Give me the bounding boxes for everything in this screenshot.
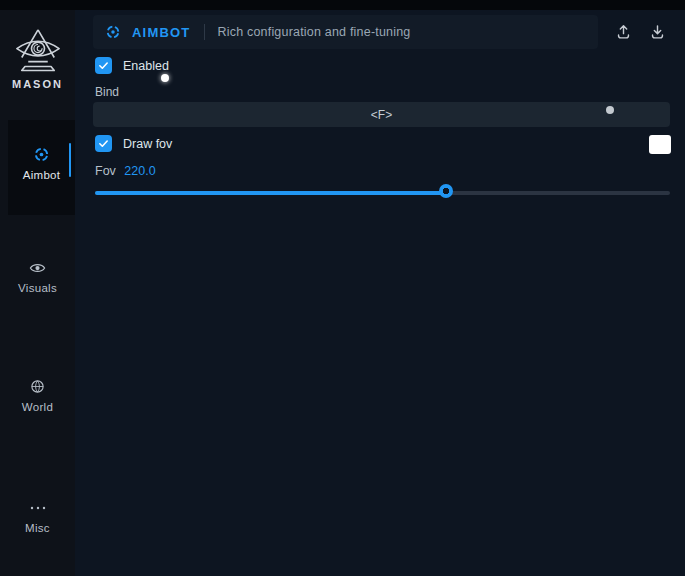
download-config-button[interactable] — [646, 22, 668, 44]
crosshair-icon — [33, 145, 50, 162]
draw-fov-label: Draw fov — [123, 137, 172, 151]
fov-color-swatch[interactable] — [649, 135, 671, 154]
crosshair-icon — [105, 24, 121, 40]
draw-fov-row: Draw fov — [95, 135, 172, 152]
enabled-checkbox[interactable] — [95, 57, 112, 74]
active-accent-bar — [69, 143, 71, 177]
checkmark-icon — [98, 135, 109, 153]
sidebar-item-world[interactable]: World — [0, 377, 75, 413]
page-subtitle: Rich configuration and fine-tuning — [217, 25, 410, 39]
enabled-row: Enabled — [95, 57, 169, 74]
mouse-cursor-dot — [161, 74, 169, 82]
main-panel: AIMBOT Rich configuration and fine-tunin… — [75, 10, 685, 576]
enabled-label: Enabled — [123, 59, 169, 73]
sidebar-item-label: Visuals — [0, 282, 75, 294]
download-icon — [649, 23, 666, 44]
brand-logo: MASON — [0, 28, 75, 90]
eye-icon — [29, 258, 46, 275]
fov-value: 220.0 — [124, 164, 155, 178]
fov-label: Fov — [95, 164, 116, 178]
bind-label: Bind — [95, 85, 119, 99]
sidebar-item-misc[interactable]: Misc — [0, 498, 75, 534]
sidebar-item-label: Aimbot — [8, 169, 75, 181]
sidebar-item-label: Misc — [0, 522, 75, 534]
page-title: AIMBOT — [132, 25, 190, 40]
fov-slider[interactable] — [95, 186, 670, 200]
app-window: MASON Aimbot Visuals — [0, 0, 685, 576]
sidebar-item-label: World — [0, 401, 75, 413]
ellipsis-icon — [29, 498, 47, 515]
fov-slider-thumb[interactable] — [439, 184, 453, 198]
bind-key-field[interactable]: <F> — [93, 102, 670, 127]
mason-pyramid-eye-icon — [0, 28, 75, 74]
fov-value-row: Fov 220.0 — [95, 164, 156, 178]
sidebar-item-aimbot[interactable]: Aimbot — [8, 120, 75, 215]
checkmark-icon — [98, 57, 109, 75]
globe-icon — [30, 377, 45, 394]
window-top-strip — [0, 0, 685, 10]
sidebar: MASON Aimbot Visuals — [0, 10, 75, 576]
sidebar-item-visuals[interactable]: Visuals — [0, 258, 75, 294]
page-header: AIMBOT Rich configuration and fine-tunin… — [93, 15, 598, 49]
draw-fov-checkbox[interactable] — [95, 135, 112, 152]
brand-name: MASON — [0, 78, 75, 90]
header-divider — [204, 24, 205, 40]
gray-dot-indicator — [606, 106, 614, 114]
upload-config-button[interactable] — [612, 22, 634, 44]
fov-slider-fill — [95, 191, 446, 195]
bind-key-value: <F> — [371, 108, 392, 122]
upload-icon — [615, 23, 632, 44]
